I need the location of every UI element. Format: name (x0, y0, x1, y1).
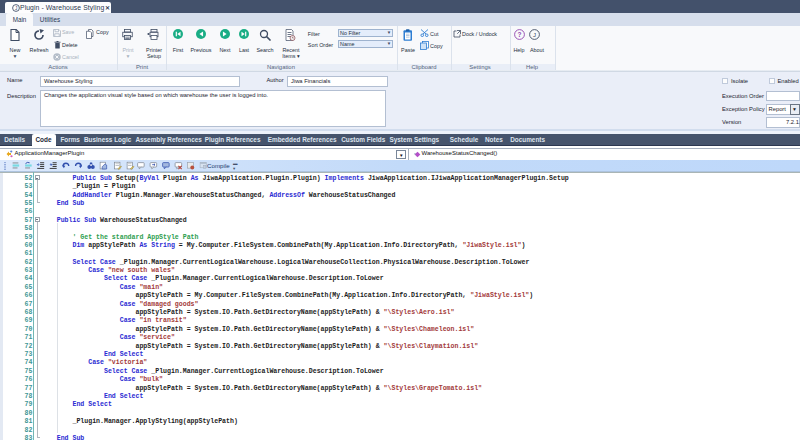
svg-text:J: J (533, 32, 536, 38)
svg-text:J: J (14, 6, 16, 11)
svg-text:?: ? (517, 31, 521, 38)
